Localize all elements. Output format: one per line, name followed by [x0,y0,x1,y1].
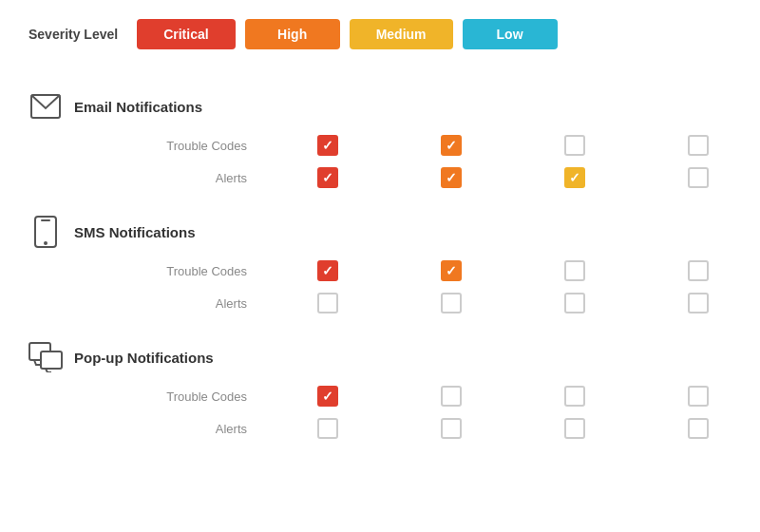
row-label-sms-1: Alerts [28,291,266,316]
section-header-email: Email Notifications [28,76,760,129]
email-icon [28,89,63,124]
cell-sms-0-0: ✓ [266,255,390,287]
cell-email-0-2 [513,129,636,162]
severity-btn-medium[interactable]: Medium [350,19,453,49]
checkbox-popup-1-1[interactable] [441,418,462,439]
checkbox-email-0-2[interactable] [564,135,585,156]
section-sms: SMS NotificationsTrouble Codes✓✓Alerts [28,201,732,319]
cell-popup-1-0 [266,412,390,445]
cell-sms-1-2 [513,287,636,319]
section-title-popup: Pop-up Notifications [74,350,214,366]
checkmark: ✓ [322,390,333,403]
cell-email-1-0: ✓ [266,162,390,194]
section-title-sms: SMS Notifications [74,224,196,240]
cell-email-1-3 [636,162,760,194]
checkbox-popup-0-1[interactable] [441,386,462,407]
checkbox-email-1-2[interactable]: ✓ [564,167,585,188]
section-email: Email NotificationsTrouble Codes✓✓Alerts… [28,76,732,194]
checkbox-email-0-1[interactable]: ✓ [441,135,462,156]
checkmark: ✓ [446,171,457,184]
row-label-popup-0: Trouble Codes [28,384,266,409]
checkbox-popup-1-0[interactable] [317,418,338,439]
checkbox-email-0-3[interactable] [688,135,709,156]
cell-email-0-1: ✓ [390,129,513,162]
cell-popup-0-3 [636,380,760,412]
row-label-email-0: Trouble Codes [28,133,266,159]
checkmark: ✓ [446,264,457,277]
checkbox-sms-0-3[interactable] [688,260,709,281]
checkbox-sms-0-1[interactable]: ✓ [441,260,462,281]
checkmark: ✓ [446,139,457,152]
cell-email-0-0: ✓ [266,129,390,162]
checkbox-popup-0-3[interactable] [688,386,709,407]
checkbox-sms-1-3[interactable] [688,293,709,314]
cell-email-0-3 [636,129,760,162]
cell-sms-1-1 [390,287,513,319]
checkbox-popup-1-3[interactable] [688,418,709,439]
cell-sms-1-3 [636,287,760,319]
severity-label: Severity Level [28,27,118,42]
cell-popup-1-1 [390,412,513,445]
checkbox-sms-1-2[interactable] [564,293,585,314]
checkmark: ✓ [322,171,333,184]
checkmark: ✓ [322,139,333,152]
row-label-popup-1: Alerts [28,416,266,442]
section-popup: Pop-up NotificationsTrouble Codes✓Alerts [28,327,732,445]
section-header-sms: SMS Notifications [28,201,760,255]
cell-sms-0-1: ✓ [390,255,513,287]
cell-email-1-2: ✓ [513,162,636,194]
cell-sms-0-3 [636,255,760,287]
row-label-email-1: Alerts [28,165,266,191]
cell-popup-0-2 [513,380,636,412]
checkbox-sms-1-0[interactable] [317,293,338,314]
svg-rect-2 [41,219,50,221]
severity-btn-high[interactable]: High [245,19,340,49]
checkbox-popup-1-2[interactable] [564,418,585,439]
checkmark: ✓ [322,264,333,277]
cell-sms-1-0 [266,287,390,319]
row-label-sms-0: Trouble Codes [28,258,266,284]
cell-popup-0-0: ✓ [266,380,390,412]
section-header-popup: Pop-up Notifications [28,327,760,380]
svg-rect-5 [41,352,62,369]
checkbox-email-1-0[interactable]: ✓ [317,167,338,188]
cell-popup-1-2 [513,412,636,445]
checkbox-email-0-0[interactable]: ✓ [317,135,338,156]
header-row: Severity Level CriticalHighMediumLow [28,19,732,49]
cell-popup-1-3 [636,412,760,445]
checkbox-sms-0-0[interactable]: ✓ [317,260,338,281]
section-title-email: Email Notifications [74,99,202,115]
svg-point-3 [44,241,48,245]
severity-btn-critical[interactable]: Critical [137,19,235,49]
checkmark: ✓ [569,171,580,184]
checkbox-sms-1-1[interactable] [441,293,462,314]
cell-sms-0-2 [513,255,636,287]
cell-email-1-1: ✓ [390,162,513,194]
checkbox-email-1-1[interactable]: ✓ [441,167,462,188]
checkbox-popup-0-2[interactable] [564,386,585,407]
checkbox-popup-0-0[interactable]: ✓ [317,386,338,407]
checkbox-sms-0-2[interactable] [564,260,585,281]
severity-btn-low[interactable]: Low [463,19,558,49]
checkbox-email-1-3[interactable] [688,167,709,188]
popup-icon [28,340,63,374]
cell-popup-0-1 [390,380,513,412]
sms-icon [28,215,63,249]
